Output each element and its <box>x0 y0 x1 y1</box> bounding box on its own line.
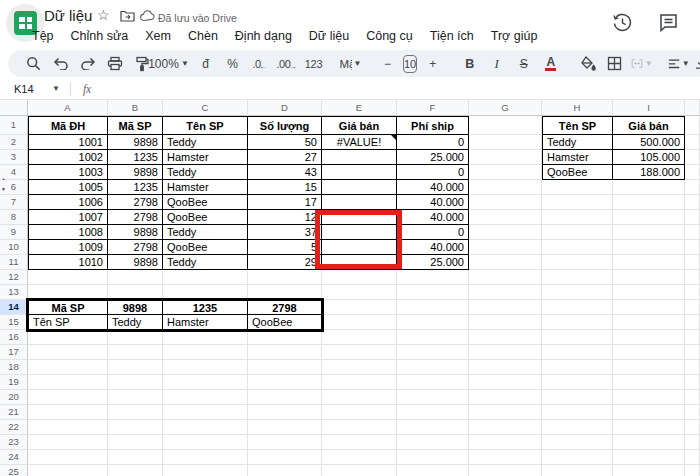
row-header-10[interactable]: 10 <box>0 240 28 255</box>
row-header-17[interactable]: 17 <box>0 345 28 360</box>
cell-B1[interactable]: Mã SP <box>108 116 163 135</box>
increase-decimal-button[interactable]: .00→ <box>276 53 298 75</box>
menu-item[interactable]: Công cụ <box>366 29 413 43</box>
horizontal-align-icon[interactable]: ▼ <box>668 53 690 75</box>
bold-button[interactable]: B <box>459 53 481 75</box>
cell-A3[interactable]: 1002 <box>28 150 108 165</box>
decrease-font-size-button[interactable]: − <box>377 53 399 75</box>
cell-H2[interactable]: Teddy <box>542 135 613 150</box>
cell-A6[interactable]: 1005 <box>28 180 108 195</box>
print-icon[interactable] <box>104 53 126 75</box>
cell-B6[interactable]: 1235 <box>108 180 163 195</box>
cell-B9[interactable]: 9898 <box>108 225 163 240</box>
more-formats-button[interactable]: 123 <box>303 53 325 75</box>
row-header-3[interactable]: 3 <box>0 150 28 165</box>
cell-H3[interactable]: Hamster <box>542 150 613 165</box>
row-header-18[interactable]: 18 <box>0 360 28 375</box>
row-header-23[interactable]: 23 <box>0 435 28 450</box>
row-header-22[interactable]: 22 <box>0 420 28 435</box>
cell-E2[interactable]: #VALUE! <box>322 135 397 150</box>
column-header-B[interactable]: B <box>108 100 163 116</box>
cell-I3[interactable]: 105.000 <box>613 150 685 165</box>
row-header-6[interactable]: 6▼ <box>0 180 28 195</box>
cell-C6[interactable]: Hamster <box>163 180 248 195</box>
cell-B7[interactable]: 2798 <box>108 195 163 210</box>
sheet-grid[interactable]: ABCDEFGHI1234▲6▼789101112131415161718192… <box>0 100 700 476</box>
menu-item[interactable]: Xem <box>145 29 171 43</box>
menu-item[interactable]: Trợ giúp <box>491 29 538 43</box>
cell-E6[interactable] <box>322 180 397 195</box>
name-box[interactable]: K14 <box>0 83 52 95</box>
cell-A1[interactable]: Mã ĐH <box>28 116 108 135</box>
menu-item[interactable]: Định dạng <box>235 29 292 43</box>
cell-A9[interactable]: 1008 <box>28 225 108 240</box>
cell-C10[interactable]: QooBee <box>163 240 248 255</box>
column-header-G[interactable]: G <box>469 100 542 116</box>
cell-C15[interactable]: Hamster <box>163 315 248 330</box>
menu-item[interactable]: Tệp <box>32 29 54 43</box>
menu-item[interactable]: Chỉnh sửa <box>71 29 129 43</box>
cell-D11[interactable]: 29 <box>248 255 322 270</box>
column-header-E[interactable]: E <box>322 100 397 116</box>
cell-H1[interactable]: Tên SP <box>542 116 613 135</box>
cell-E11[interactable] <box>322 255 397 270</box>
document-title[interactable]: Dữ liệu <box>44 7 92 24</box>
cell-I2[interactable]: 500.000 <box>613 135 685 150</box>
cell-D4[interactable]: 43 <box>248 165 322 180</box>
cell-A7[interactable]: 1006 <box>28 195 108 210</box>
cell-F10[interactable]: 40.000 <box>397 240 469 255</box>
redo-icon[interactable] <box>77 53 99 75</box>
cell-D2[interactable]: 50 <box>248 135 322 150</box>
text-color-button[interactable]: A <box>540 53 562 75</box>
row-header-20[interactable]: 20 <box>0 390 28 405</box>
borders-icon[interactable] <box>604 53 626 75</box>
vertical-align-icon[interactable]: ▼ <box>695 53 700 75</box>
cell-D15[interactable]: QooBee <box>248 315 322 330</box>
cell-E8[interactable] <box>322 210 397 225</box>
percent-format-button[interactable]: % <box>222 53 244 75</box>
cell-A8[interactable]: 1007 <box>28 210 108 225</box>
cell-F1[interactable]: Phí ship <box>397 116 469 135</box>
cell-C2[interactable]: Teddy <box>163 135 248 150</box>
cell-H4[interactable]: QooBee <box>542 165 613 180</box>
search-icon[interactable] <box>23 53 45 75</box>
decrease-decimal-button[interactable]: .0← <box>249 53 271 75</box>
row-header-15[interactable]: 15 <box>0 315 28 330</box>
row-header-24[interactable]: 24 <box>0 450 28 465</box>
column-header-F[interactable]: F <box>397 100 469 116</box>
cell-D9[interactable]: 37 <box>248 225 322 240</box>
cell-F8[interactable]: 40.000 <box>397 210 469 225</box>
cell-F4[interactable]: 0 <box>397 165 469 180</box>
fill-color-icon[interactable] <box>577 53 599 75</box>
cell-E10[interactable] <box>322 240 397 255</box>
cell-B2[interactable]: 9898 <box>108 135 163 150</box>
font-size-input[interactable]: 10 <box>403 55 417 73</box>
cell-C14[interactable]: 1235 <box>163 300 248 315</box>
cell-D1[interactable]: Số lượng <box>248 116 322 135</box>
menu-item[interactable]: Tiện ích <box>430 29 474 43</box>
currency-format-button[interactable]: đ <box>195 53 217 75</box>
row-header-1[interactable]: 1 <box>0 116 28 135</box>
column-header-D[interactable]: D <box>248 100 322 116</box>
cell-B8[interactable]: 2798 <box>108 210 163 225</box>
zoom-select[interactable]: 100% ▼ <box>158 53 180 75</box>
cell-B15[interactable]: Teddy <box>108 315 163 330</box>
row-header-4[interactable]: 4▲ <box>0 165 28 180</box>
version-history-icon[interactable] <box>612 12 633 33</box>
cell-D7[interactable]: 17 <box>248 195 322 210</box>
row-header-14[interactable]: 14 <box>0 300 28 315</box>
cell-C3[interactable]: Hamster <box>163 150 248 165</box>
cell-A2[interactable]: 1001 <box>28 135 108 150</box>
italic-button[interactable]: I <box>486 53 508 75</box>
row-header-12[interactable]: 12 <box>0 270 28 285</box>
column-header-C[interactable]: C <box>163 100 248 116</box>
cell-E1[interactable]: Giá bán <box>322 116 397 135</box>
cell-A15[interactable]: Tên SP <box>28 315 108 330</box>
cell-C8[interactable]: QooBee <box>163 210 248 225</box>
row-header-11[interactable]: 11 <box>0 255 28 270</box>
cell-A4[interactable]: 1003 <box>28 165 108 180</box>
cell-B3[interactable]: 1235 <box>108 150 163 165</box>
cell-C9[interactable]: Teddy <box>163 225 248 240</box>
unhide-row-arrow-icon[interactable]: ▼ <box>1 182 6 196</box>
undo-icon[interactable] <box>50 53 72 75</box>
